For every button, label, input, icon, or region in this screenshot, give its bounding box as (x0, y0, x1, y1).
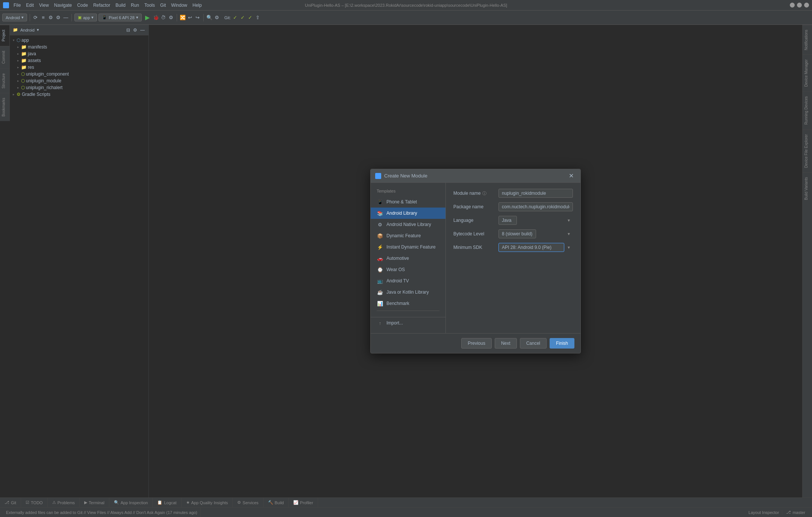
template-android-library[interactable]: 📚 Android Library (371, 208, 445, 219)
services-tab[interactable]: ⚙ Services (233, 498, 263, 507)
tree-item-app[interactable]: ▾ ⬡ app (10, 37, 148, 44)
avd-manager-btn[interactable]: ≡ (40, 15, 46, 21)
git-branch-btn[interactable]: ⇧ (255, 15, 261, 21)
sdk-manager-btn[interactable]: ⚙ (48, 15, 54, 21)
bytecode-label: Bytecode Level (453, 231, 498, 237)
problems-tab[interactable]: ⚠ Problems (48, 498, 80, 507)
menu-run[interactable]: Run (131, 3, 139, 8)
settings2-btn[interactable]: ⚙ (214, 15, 220, 21)
debug-btn[interactable]: 🐞 (153, 15, 159, 21)
app-inspection-tab[interactable]: 🔍 App Inspection (109, 498, 153, 507)
device-manager-tab[interactable]: Device Manager (803, 55, 812, 91)
tree-item-res[interactable]: ▸ 📁 res (10, 64, 148, 71)
menu-edit[interactable]: Edit (26, 3, 34, 8)
tree-item-uniplugin-module[interactable]: ▸ ⬡ uniplugin_module (10, 77, 148, 84)
app-inspection-tab-label: App Inspection (121, 500, 148, 505)
template-phone-tablet[interactable]: 📱 Phone & Tablet (371, 196, 445, 208)
terminal-tab[interactable]: ▶ Terminal (80, 498, 109, 507)
minimize-button[interactable] (790, 3, 795, 8)
menu-file[interactable]: File (14, 3, 21, 8)
device-dropdown[interactable]: 📱 Pixel 6 API 28 ▾ (98, 14, 142, 21)
close-project-btn[interactable]: — (63, 15, 69, 21)
running-devices-tab[interactable]: Running Devices (803, 91, 812, 129)
language-select[interactable]: Java Kotlin (498, 216, 517, 225)
project-tab[interactable]: Project (0, 25, 9, 46)
notifications-tab[interactable]: Notifications (803, 25, 812, 55)
menu-refactor[interactable]: Refactor (93, 3, 110, 8)
module-name-input[interactable] (498, 189, 573, 198)
template-kotlin-library[interactable]: ☕ Java or Kotlin Library (371, 287, 445, 298)
build-variants-tab[interactable]: Build Variants (803, 172, 812, 205)
profile-btn[interactable]: ⏱ (161, 15, 167, 21)
folder-icon: 📁 (13, 27, 18, 32)
menu-tools[interactable]: Tools (144, 3, 155, 8)
settings-btn[interactable]: ⚙ (55, 15, 61, 21)
dialog-close-button[interactable]: ✕ (567, 171, 576, 180)
android-tv-icon: 📺 (377, 277, 383, 284)
device-file-explorer-tab[interactable]: Device File Explorer (803, 129, 812, 172)
template-benchmark[interactable]: 📊 Benchmark (371, 298, 445, 309)
template-instant-dynamic-feature[interactable]: ⚡ Instant Dynamic Feature (371, 241, 445, 253)
search-everywhere-btn[interactable]: 🔍 (206, 15, 212, 21)
template-wear-os[interactable]: ⌚ Wear OS (371, 264, 445, 275)
tree-item-java[interactable]: ▸ 📁 java (10, 50, 148, 57)
menu-git[interactable]: Git (160, 3, 166, 8)
menu-code[interactable]: Code (77, 3, 88, 8)
tree-item-gradle[interactable]: ▸ ⚙ Gradle Scripts (10, 91, 148, 98)
structure-tab[interactable]: Structure (0, 68, 9, 93)
git-push-btn[interactable]: ✓ (232, 15, 238, 21)
language-select-wrapper: Java Kotlin (498, 216, 573, 225)
logcat-tab[interactable]: 📋 Logcat (153, 498, 181, 507)
menu-navigate[interactable]: Navigate (54, 3, 72, 8)
git-tab[interactable]: ⎇ Git (0, 498, 21, 507)
tree-item-uniplugin-richalert[interactable]: ▸ ⬡ uniplugin_richalert (10, 84, 148, 91)
previous-button[interactable]: Previous (461, 338, 492, 349)
import-module-btn[interactable]: ↑ Import... (371, 317, 445, 329)
git-branch-status[interactable]: ⎇ master (782, 510, 809, 515)
sidebar-close-btn[interactable]: — (139, 27, 145, 33)
collapse-all-btn[interactable]: ⊟ (126, 27, 131, 33)
next-button[interactable]: Next (495, 338, 517, 349)
layout-inspector-btn[interactable]: Layout Inspector (745, 510, 782, 515)
language-label: Language (453, 218, 498, 223)
tree-item-uniplugin-component[interactable]: ▸ ⬡ uniplugin_component (10, 71, 148, 77)
template-android-tv[interactable]: 📺 Android TV (371, 275, 445, 287)
template-android-native-library[interactable]: ⚙ Android Native Library (371, 219, 445, 230)
bytecode-select[interactable]: 7 8 (slower build) 11 (498, 229, 536, 238)
run-button[interactable]: ▶ (143, 14, 151, 22)
app-quality-tab[interactable]: ★ App Quality Insights (182, 498, 233, 507)
menu-window[interactable]: Window (171, 3, 187, 8)
undo-btn[interactable]: ↩ (187, 15, 193, 21)
app-quality-tab-label: App Quality Insights (191, 500, 228, 505)
attach-debugger-btn[interactable]: ⚙ (168, 15, 174, 21)
sync-project-btn[interactable]: ⟳ (33, 15, 39, 21)
template-automotive[interactable]: 🚗 Automotive (371, 253, 445, 264)
todo-tab[interactable]: ☑ TODO (21, 498, 48, 507)
template-dynamic-feature[interactable]: 📦 Dynamic Feature (371, 230, 445, 241)
git-status-btn[interactable]: 🔀 (180, 15, 186, 21)
module-name-info-icon[interactable]: ⓘ (482, 191, 486, 196)
build-tab[interactable]: 🔨 Build (264, 498, 289, 507)
close-button[interactable] (804, 3, 809, 8)
menu-view[interactable]: View (39, 3, 49, 8)
maximize-button[interactable] (797, 3, 802, 8)
phone-tablet-icon: 📱 (377, 199, 383, 205)
profiler-tab[interactable]: 📈 Profiler (289, 498, 318, 507)
package-name-input[interactable] (498, 202, 573, 211)
run-config-dropdown[interactable]: ▣ app ▾ (74, 14, 97, 21)
sidebar-settings-btn[interactable]: ⚙ (132, 27, 138, 33)
git-pull-btn[interactable]: ✓ (247, 15, 253, 21)
finish-button[interactable]: Finish (550, 338, 574, 349)
tree-arrow-manifests: ▸ (17, 45, 19, 49)
git-fetch-btn[interactable]: ✓ (240, 15, 246, 21)
bookmarks-tab[interactable]: Bookmarks (0, 93, 9, 121)
commit-tab[interactable]: Commit (0, 46, 9, 68)
menu-help[interactable]: Help (192, 3, 202, 8)
min-sdk-select[interactable]: API 21: Android 5.0 (Lollipop) API 28: A… (498, 243, 564, 252)
menu-build[interactable]: Build (115, 3, 126, 8)
tree-item-manifests[interactable]: ▸ 📁 manifests (10, 44, 148, 50)
project-structure-btn[interactable]: Android ▾ (2, 14, 27, 21)
cancel-button[interactable]: Cancel (520, 338, 547, 349)
tree-item-assets[interactable]: ▸ 📁 assets (10, 57, 148, 64)
redo-btn[interactable]: ↪ (195, 15, 201, 21)
